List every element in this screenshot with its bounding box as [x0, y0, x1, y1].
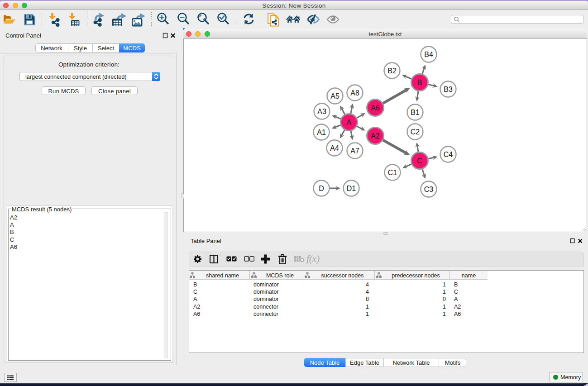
svg-text:A4: A4	[330, 144, 339, 152]
svg-text:B: B	[417, 79, 422, 86]
svg-text:A2: A2	[371, 132, 380, 140]
svg-text:A7: A7	[350, 147, 359, 155]
svg-text:D1: D1	[347, 185, 356, 192]
svg-text:C2: C2	[411, 128, 420, 136]
svg-text:B2: B2	[387, 67, 397, 75]
svg-text:A6: A6	[371, 104, 380, 112]
svg-text:A5: A5	[330, 92, 339, 100]
svg-text:A1: A1	[317, 129, 326, 136]
svg-text:C1: C1	[388, 169, 397, 176]
svg-text:A: A	[347, 119, 352, 126]
svg-text:A8: A8	[350, 89, 359, 97]
svg-text:C: C	[417, 157, 422, 165]
svg-text:A3: A3	[317, 108, 326, 115]
svg-text:D: D	[319, 185, 324, 192]
svg-text:B1: B1	[411, 109, 420, 116]
svg-text:C4: C4	[444, 151, 453, 158]
svg-text:B4: B4	[424, 51, 433, 58]
svg-text:C3: C3	[424, 186, 434, 193]
svg-text:B3: B3	[444, 86, 453, 93]
